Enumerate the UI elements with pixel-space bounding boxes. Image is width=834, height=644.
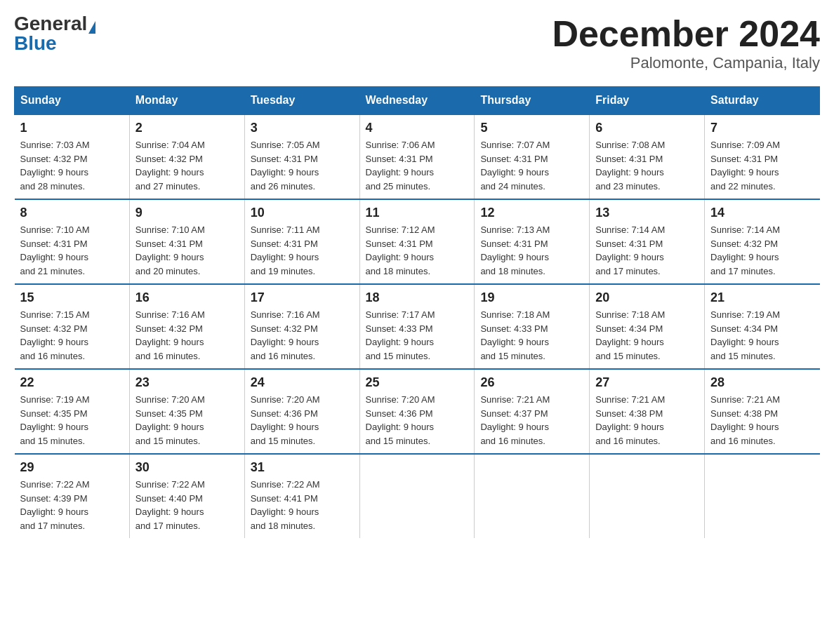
day-number: 25 [366,375,469,390]
calendar-cell [590,454,705,538]
day-number: 23 [135,375,239,390]
day-info: Sunrise: 7:20 AM Sunset: 4:35 PM Dayligh… [135,393,239,448]
calendar-cell: 26 Sunrise: 7:21 AM Sunset: 4:37 PM Dayl… [475,369,590,454]
calendar-cell: 22 Sunrise: 7:19 AM Sunset: 4:35 PM Dayl… [15,369,130,454]
calendar-title: December 2024 [552,14,820,54]
day-number: 20 [595,290,699,305]
calendar-week-row: 15 Sunrise: 7:15 AM Sunset: 4:32 PM Dayl… [15,284,820,369]
calendar-cell: 3 Sunrise: 7:05 AM Sunset: 4:31 PM Dayli… [244,114,359,199]
day-info: Sunrise: 7:18 AM Sunset: 4:34 PM Dayligh… [595,308,699,363]
calendar-week-row: 8 Sunrise: 7:10 AM Sunset: 4:31 PM Dayli… [15,199,820,284]
col-wednesday: Wednesday [359,87,475,115]
day-number: 30 [135,460,239,475]
col-friday: Friday [590,87,705,115]
calendar-table: Sunday Monday Tuesday Wednesday Thursday… [14,86,820,538]
day-number: 16 [135,290,239,305]
logo-top-line: General [14,14,95,34]
calendar-header: Sunday Monday Tuesday Wednesday Thursday… [15,87,820,115]
day-number: 3 [251,121,354,135]
calendar-cell: 24 Sunrise: 7:20 AM Sunset: 4:36 PM Dayl… [244,369,359,454]
calendar-cell [475,454,590,538]
day-info: Sunrise: 7:10 AM Sunset: 4:31 PM Dayligh… [135,223,239,278]
day-info: Sunrise: 7:20 AM Sunset: 4:36 PM Dayligh… [251,393,354,448]
day-info: Sunrise: 7:12 AM Sunset: 4:31 PM Dayligh… [366,223,469,278]
day-number: 26 [480,375,583,390]
calendar-cell [359,454,475,538]
calendar-cell: 12 Sunrise: 7:13 AM Sunset: 4:31 PM Dayl… [475,199,590,284]
day-info: Sunrise: 7:14 AM Sunset: 4:31 PM Dayligh… [595,223,699,278]
day-number: 28 [710,375,814,390]
day-info: Sunrise: 7:13 AM Sunset: 4:31 PM Dayligh… [480,223,583,278]
calendar-cell: 9 Sunrise: 7:10 AM Sunset: 4:31 PM Dayli… [129,199,244,284]
day-number: 27 [595,375,699,390]
day-number: 24 [251,375,354,390]
calendar-cell: 19 Sunrise: 7:18 AM Sunset: 4:33 PM Dayl… [475,284,590,369]
day-info: Sunrise: 7:04 AM Sunset: 4:32 PM Dayligh… [135,138,239,193]
calendar-cell: 4 Sunrise: 7:06 AM Sunset: 4:31 PM Dayli… [359,114,475,199]
day-number: 31 [251,460,354,475]
day-info: Sunrise: 7:15 AM Sunset: 4:32 PM Dayligh… [20,308,124,363]
col-tuesday: Tuesday [244,87,359,115]
calendar-cell [705,454,820,538]
calendar-cell: 16 Sunrise: 7:16 AM Sunset: 4:32 PM Dayl… [129,284,244,369]
calendar-cell: 6 Sunrise: 7:08 AM Sunset: 4:31 PM Dayli… [590,114,705,199]
day-info: Sunrise: 7:17 AM Sunset: 4:33 PM Dayligh… [366,308,469,363]
col-saturday: Saturday [705,87,820,115]
calendar-cell: 15 Sunrise: 7:15 AM Sunset: 4:32 PM Dayl… [15,284,130,369]
calendar-cell: 5 Sunrise: 7:07 AM Sunset: 4:31 PM Dayli… [475,114,590,199]
calendar-cell: 29 Sunrise: 7:22 AM Sunset: 4:39 PM Dayl… [15,454,130,538]
calendar-cell: 25 Sunrise: 7:20 AM Sunset: 4:36 PM Dayl… [359,369,475,454]
day-info: Sunrise: 7:21 AM Sunset: 4:38 PM Dayligh… [595,393,699,448]
day-number: 4 [366,121,469,135]
col-thursday: Thursday [475,87,590,115]
day-number: 2 [135,121,239,135]
day-info: Sunrise: 7:03 AM Sunset: 4:32 PM Dayligh… [20,138,124,193]
calendar-cell: 1 Sunrise: 7:03 AM Sunset: 4:32 PM Dayli… [15,114,130,199]
day-info: Sunrise: 7:08 AM Sunset: 4:31 PM Dayligh… [595,138,699,193]
calendar-cell: 30 Sunrise: 7:22 AM Sunset: 4:40 PM Dayl… [129,454,244,538]
calendar-week-row: 29 Sunrise: 7:22 AM Sunset: 4:39 PM Dayl… [15,454,820,538]
days-of-week-row: Sunday Monday Tuesday Wednesday Thursday… [15,87,820,115]
day-number: 14 [710,206,814,220]
calendar-cell: 14 Sunrise: 7:14 AM Sunset: 4:32 PM Dayl… [705,199,820,284]
day-number: 8 [20,206,124,220]
day-info: Sunrise: 7:21 AM Sunset: 4:38 PM Dayligh… [710,393,814,448]
day-number: 22 [20,375,124,390]
calendar-cell: 2 Sunrise: 7:04 AM Sunset: 4:32 PM Dayli… [129,114,244,199]
day-info: Sunrise: 7:16 AM Sunset: 4:32 PM Dayligh… [251,308,354,363]
calendar-cell: 27 Sunrise: 7:21 AM Sunset: 4:38 PM Dayl… [590,369,705,454]
day-number: 15 [20,290,124,305]
calendar-cell: 7 Sunrise: 7:09 AM Sunset: 4:31 PM Dayli… [705,114,820,199]
calendar-cell: 8 Sunrise: 7:10 AM Sunset: 4:31 PM Dayli… [15,199,130,284]
calendar-cell: 11 Sunrise: 7:12 AM Sunset: 4:31 PM Dayl… [359,199,475,284]
day-number: 10 [251,206,354,220]
calendar-cell: 20 Sunrise: 7:18 AM Sunset: 4:34 PM Dayl… [590,284,705,369]
day-info: Sunrise: 7:14 AM Sunset: 4:32 PM Dayligh… [710,223,814,278]
calendar-cell: 13 Sunrise: 7:14 AM Sunset: 4:31 PM Dayl… [590,199,705,284]
calendar-cell: 21 Sunrise: 7:19 AM Sunset: 4:34 PM Dayl… [705,284,820,369]
day-number: 6 [595,121,699,135]
day-number: 21 [710,290,814,305]
logo: General Blue [14,14,95,53]
col-monday: Monday [129,87,244,115]
day-number: 17 [251,290,354,305]
day-number: 9 [135,206,239,220]
day-info: Sunrise: 7:20 AM Sunset: 4:36 PM Dayligh… [366,393,469,448]
calendar-cell: 31 Sunrise: 7:22 AM Sunset: 4:41 PM Dayl… [244,454,359,538]
logo-triangle-icon [88,21,95,34]
logo-general-text: General [14,13,87,34]
day-info: Sunrise: 7:19 AM Sunset: 4:34 PM Dayligh… [710,308,814,363]
day-info: Sunrise: 7:22 AM Sunset: 4:41 PM Dayligh… [251,478,354,532]
col-sunday: Sunday [15,87,130,115]
day-number: 5 [480,121,583,135]
day-info: Sunrise: 7:22 AM Sunset: 4:39 PM Dayligh… [20,478,124,532]
calendar-subtitle: Palomonte, Campania, Italy [552,54,820,72]
day-number: 29 [20,460,124,475]
day-number: 12 [480,206,583,220]
calendar-cell: 23 Sunrise: 7:20 AM Sunset: 4:35 PM Dayl… [129,369,244,454]
calendar-cell: 28 Sunrise: 7:21 AM Sunset: 4:38 PM Dayl… [705,369,820,454]
day-info: Sunrise: 7:19 AM Sunset: 4:35 PM Dayligh… [20,393,124,448]
page-header: General Blue December 2024 Palomonte, Ca… [14,14,820,72]
day-number: 19 [480,290,583,305]
day-info: Sunrise: 7:16 AM Sunset: 4:32 PM Dayligh… [135,308,239,363]
